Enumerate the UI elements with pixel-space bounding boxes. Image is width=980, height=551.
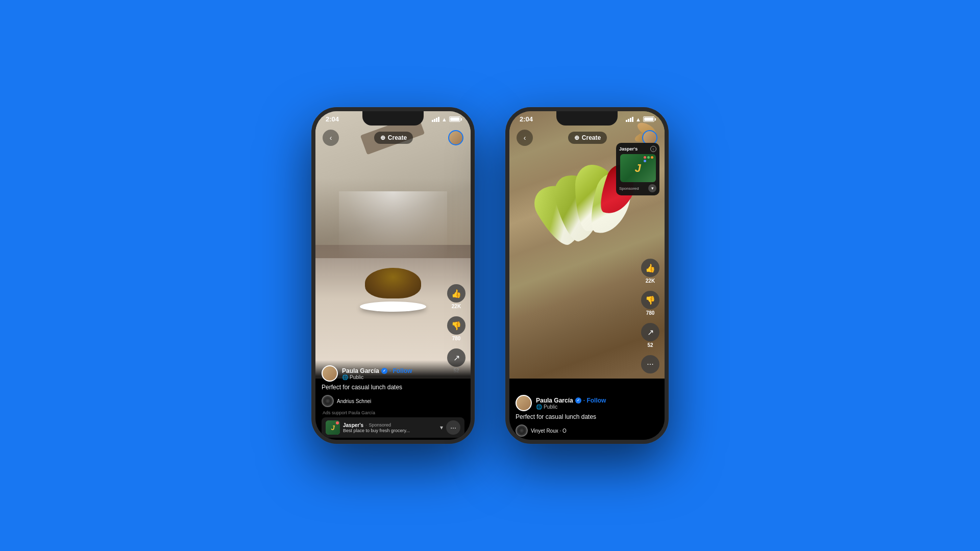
- ad-sponsored-1: Sponsored: [369, 422, 391, 428]
- like-icon-2: 👍: [641, 259, 659, 277]
- verified-icon-1: ✓: [381, 368, 387, 374]
- battery-icon-1: [449, 116, 460, 122]
- phone-1: 2:04 ▲ ‹ ⊕: [311, 107, 475, 444]
- post-caption-1: Perfect for casual lunch dates: [322, 384, 464, 391]
- user-details-2: Paula García ✓ · Follow 🌐 Public: [536, 397, 658, 410]
- music-disc-2: [516, 424, 528, 437]
- commenter-row-1: Andrius Schnei: [322, 395, 464, 407]
- verified-icon-2: ✓: [575, 397, 581, 404]
- more-button-2[interactable]: ···: [641, 355, 659, 373]
- battery-icon-2: [643, 116, 654, 122]
- sponsored-footer: Sponsored ▾: [619, 184, 656, 192]
- jasper-logo-1: J: [326, 420, 340, 435]
- signal-icon-1: [432, 117, 439, 122]
- user-avatar-top-1[interactable]: [448, 130, 463, 145]
- fruit-dots: [644, 156, 654, 162]
- ad-info-1: Jasper's · Sponsored Best place to buy f…: [343, 422, 437, 433]
- camera-icon-2: ⊕: [574, 134, 579, 141]
- status-time-2: 2:04: [520, 115, 533, 123]
- create-button-1[interactable]: ⊕ Create: [374, 132, 413, 144]
- user-name-1: Paula García: [342, 367, 379, 374]
- like-icon-1: 👍: [447, 284, 465, 303]
- like-count-2: 22K: [646, 278, 655, 284]
- right-actions-2: 👍 22K 👎 780 ↗ 52 ···: [641, 259, 659, 373]
- top-bar-1: ‹ ⊕ Create: [315, 127, 471, 149]
- sponsored-brand-name: Jasper's: [619, 146, 638, 152]
- commenter-name-1: Andrius Schnei: [337, 398, 371, 404]
- expand-button[interactable]: ▾: [648, 184, 656, 192]
- commenter-name-2: Vinyet Roux · O: [531, 428, 567, 434]
- user-name-row-2: Paula García ✓ · Follow: [536, 397, 658, 404]
- dislike-count-2: 780: [646, 310, 655, 316]
- sponsored-popup: Jasper's i J Sponsored ▾: [616, 143, 659, 195]
- dislike-button-1[interactable]: 👎 780: [447, 316, 465, 341]
- status-icons-2: ▲: [626, 116, 654, 122]
- ad-brand-1: Jasper's: [343, 422, 363, 428]
- ad-chevron-1[interactable]: ▾: [440, 424, 443, 431]
- camera-icon-1: ⊕: [380, 134, 385, 141]
- share-button-2[interactable]: ↗ 52: [641, 323, 659, 348]
- ad-more-button-1[interactable]: ···: [446, 420, 460, 435]
- back-button-1[interactable]: ‹: [323, 130, 339, 146]
- info-icon[interactable]: i: [650, 146, 656, 152]
- more-dots-icon-1: ···: [450, 423, 456, 432]
- dislike-button-2[interactable]: 👎 780: [641, 291, 659, 316]
- share-icon-2: ↗: [641, 323, 659, 341]
- status-bar-1: 2:04 ▲: [315, 111, 471, 125]
- back-button-2[interactable]: ‹: [517, 130, 533, 146]
- jasper-letter: J: [634, 162, 641, 175]
- more-icon-2: ···: [641, 355, 659, 373]
- music-disc-1: [322, 395, 334, 407]
- sponsored-label: Sponsored: [619, 186, 639, 191]
- commenter-row-2: Vinyet Roux · O: [516, 424, 658, 437]
- post-avatar-2: [516, 395, 532, 411]
- user-name-2: Paula García: [536, 397, 573, 404]
- like-button-1[interactable]: 👍 22K: [447, 284, 465, 309]
- like-count-1: 22K: [452, 304, 461, 309]
- share-count-2: 52: [647, 342, 653, 348]
- post-caption-2: Perfect for casual lunch dates: [516, 413, 658, 420]
- status-icons-1: ▲: [432, 116, 460, 122]
- dislike-count-1: 780: [452, 336, 461, 341]
- bottom-overlay-2: Paula García ✓ · Follow 🌐 Public Perfect…: [509, 390, 665, 440]
- follow-label-1[interactable]: · Follow: [389, 367, 412, 374]
- signal-icon-2: [626, 117, 633, 122]
- globe-icon-1: 🌐: [342, 374, 348, 380]
- phone-2: 2:04 ▲ ‹ ⊕: [505, 107, 669, 444]
- create-button-2[interactable]: ⊕ Create: [568, 132, 607, 144]
- status-bar-2: 2:04 ▲: [509, 111, 665, 125]
- sponsored-ad-image: J: [620, 154, 656, 182]
- post-avatar-1: [322, 365, 338, 382]
- dislike-icon-1: 👎: [447, 316, 465, 335]
- ad-logo-1: J: [326, 420, 340, 435]
- support-text-1: Ads support Paula García: [322, 410, 464, 415]
- ad-overlay-1[interactable]: J Jasper's · Sponsored Best place to buy…: [322, 417, 464, 438]
- user-details-1: Paula García ✓ · Follow 🌐 Public: [342, 367, 464, 380]
- sponsored-header: Jasper's i: [619, 146, 656, 152]
- status-time-1: 2:04: [326, 115, 339, 123]
- follow-label-2[interactable]: · Follow: [583, 397, 606, 404]
- user-info-2: Paula García ✓ · Follow 🌐 Public: [516, 395, 658, 411]
- user-info-1: Paula García ✓ · Follow 🌐 Public: [322, 365, 464, 382]
- privacy-label-1: 🌐 Public: [342, 374, 464, 380]
- privacy-label-2: 🌐 Public: [536, 404, 658, 410]
- user-name-row-1: Paula García ✓ · Follow: [342, 367, 464, 374]
- wifi-icon-2: ▲: [635, 116, 641, 122]
- wifi-icon-1: ▲: [442, 116, 447, 122]
- globe-icon-2: 🌐: [536, 404, 542, 410]
- like-button-2[interactable]: 👍 22K: [641, 259, 659, 284]
- bottom-overlay-1: Paula García ✓ · Follow 🌐 Public Perfect…: [315, 360, 471, 440]
- dislike-icon-2: 👎: [641, 291, 659, 309]
- ad-desc-1: Best place to buy fresh grocery...: [343, 428, 437, 433]
- phones-container: 2:04 ▲ ‹ ⊕: [311, 107, 669, 444]
